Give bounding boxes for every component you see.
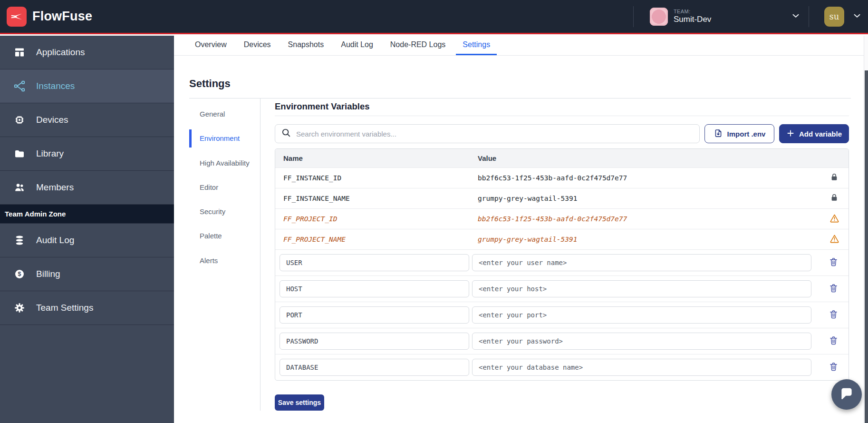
env-name-input[interactable] <box>280 254 469 271</box>
table-row <box>275 249 849 275</box>
team-select[interactable]: TEAM: Sumit-Dev <box>634 0 809 33</box>
import-env-button[interactable]: Import .env <box>704 124 774 143</box>
devices-icon <box>13 114 26 126</box>
delete-variable-button[interactable] <box>829 335 839 347</box>
delete-variable-button[interactable] <box>829 283 839 295</box>
sidebar-item-audit-log[interactable]: Audit Log <box>0 224 174 257</box>
tab-settings[interactable]: Settings <box>456 36 497 55</box>
env-variables-table: Name Value FF_INSTANCE_ID bb2f6c53-1f25-… <box>275 148 849 381</box>
add-variable-button[interactable]: Add variable <box>779 124 849 143</box>
sidebar-item-label: Members <box>36 182 74 193</box>
brand[interactable]: FlowFuse <box>0 7 92 27</box>
env-name-input[interactable] <box>280 333 469 350</box>
env-name-input[interactable] <box>280 306 469 324</box>
table-row <box>275 275 849 302</box>
delete-variable-button[interactable] <box>829 362 839 373</box>
subnav-item-environment[interactable]: Environment <box>189 128 260 148</box>
trash-icon <box>829 362 839 373</box>
env-value-input[interactable] <box>472 333 811 350</box>
app-window: FlowFuse TEAM: Sumit-Dev su <box>0 0 868 423</box>
search-icon <box>281 128 291 140</box>
trash-icon <box>829 335 839 347</box>
env-var-value: bb2f6c53-1f25-453b-aafd-0c2f475d7e77 <box>478 168 820 188</box>
env-value-input[interactable] <box>472 306 811 324</box>
team-admin-zone-label: Team Admin Zone <box>0 205 174 224</box>
table-row <box>275 302 849 328</box>
scrollbar-thumb[interactable] <box>865 70 868 423</box>
sidebar-item-label: Instances <box>36 81 75 91</box>
sidebar-item-team-settings[interactable]: Team Settings <box>0 291 174 325</box>
scrollbar-track[interactable] <box>864 36 868 423</box>
settings-subnav: General Environment High Availability Ed… <box>189 98 260 411</box>
trash-icon <box>829 257 839 268</box>
sidebar-item-applications[interactable]: Applications <box>0 36 174 69</box>
lock-icon <box>829 172 839 184</box>
search-box <box>275 124 700 143</box>
tab-devices[interactable]: Devices <box>237 36 278 55</box>
env-toolbar: Import .env Add variable <box>275 124 849 143</box>
env-var-name: FF_PROJECT_ID <box>275 209 478 229</box>
chat-widget-button[interactable] <box>831 379 862 410</box>
env-value-input[interactable] <box>472 254 811 271</box>
subnav-item-alerts[interactable]: Alerts <box>189 251 260 270</box>
team-text: TEAM: Sumit-Dev <box>674 9 711 24</box>
table-row <box>275 328 849 354</box>
sidebar-item-label: Billing <box>36 269 60 279</box>
env-var-value: grumpy-grey-wagtail-5391 <box>478 229 820 249</box>
sidebar-item-label: Audit Log <box>36 235 74 246</box>
env-value-input[interactable] <box>472 280 811 297</box>
search-input[interactable] <box>296 130 694 138</box>
env-value-input[interactable] <box>472 359 811 376</box>
trash-icon <box>829 309 839 321</box>
lock-icon <box>829 193 839 204</box>
table-header-row: Name Value <box>275 149 849 167</box>
tab-snapshots[interactable]: Snapshots <box>281 36 331 55</box>
delete-variable-button[interactable] <box>829 257 839 268</box>
env-var-name: FF_INSTANCE_ID <box>275 168 478 188</box>
table-row <box>275 354 849 380</box>
sidebar-item-members[interactable]: Members <box>0 171 174 205</box>
sidebar-item-devices[interactable]: Devices <box>0 103 174 137</box>
subnav-item-general[interactable]: General <box>189 104 260 124</box>
team-avatar <box>650 8 668 26</box>
subnav-item-palette[interactable]: Palette <box>189 226 260 246</box>
topbar-right: TEAM: Sumit-Dev su <box>633 0 868 33</box>
audit-log-icon <box>13 234 26 246</box>
team-name: Sumit-Dev <box>674 15 711 24</box>
sidebar-item-instances[interactable]: Instances <box>0 69 174 103</box>
instances-icon <box>13 80 26 92</box>
user-menu[interactable]: su <box>809 7 868 27</box>
subnav-item-editor[interactable]: Editor <box>189 177 260 197</box>
add-variable-label: Add variable <box>799 130 842 138</box>
user-avatar: su <box>824 7 844 27</box>
env-var-value: grumpy-grey-wagtail-5391 <box>478 188 820 208</box>
env-name-input[interactable] <box>280 280 469 297</box>
chevron-down-icon <box>852 10 862 23</box>
subnav-item-high-availability[interactable]: High Availability <box>189 153 260 173</box>
import-env-label: Import .env <box>727 130 766 138</box>
tab-node-red-logs[interactable]: Node-RED Logs <box>384 36 453 55</box>
subnav-item-security[interactable]: Security <box>189 202 260 221</box>
svg-text:$: $ <box>18 271 21 277</box>
table-row: FF_PROJECT_ID bb2f6c53-1f25-453b-aafd-0c… <box>275 208 849 229</box>
instance-tabbar: Overview Devices Snapshots Audit Log Nod… <box>174 36 868 56</box>
plus-icon <box>786 129 795 139</box>
team-label: TEAM: <box>674 9 711 15</box>
section-title: Environment Variables <box>275 101 849 112</box>
trash-icon <box>829 283 839 295</box>
section-divider <box>275 116 849 116</box>
billing-icon: $ <box>13 268 26 280</box>
delete-variable-button[interactable] <box>829 309 839 321</box>
sidebar-item-library[interactable]: Library <box>0 137 174 171</box>
sidebar-item-billing[interactable]: $ Billing <box>0 257 174 291</box>
tab-audit-log[interactable]: Audit Log <box>334 36 380 55</box>
sidebar-item-label: Library <box>36 148 64 159</box>
env-name-input[interactable] <box>280 359 469 376</box>
tab-overview[interactable]: Overview <box>188 36 233 55</box>
env-var-name: FF_PROJECT_NAME <box>275 229 478 249</box>
flowfuse-logo-icon <box>7 7 27 27</box>
warning-icon <box>829 234 839 246</box>
table-row: FF_INSTANCE_NAME grumpy-grey-wagtail-539… <box>275 188 849 208</box>
save-settings-button[interactable]: Save settings <box>275 394 324 411</box>
sidebar-item-label: Team Settings <box>36 303 93 313</box>
